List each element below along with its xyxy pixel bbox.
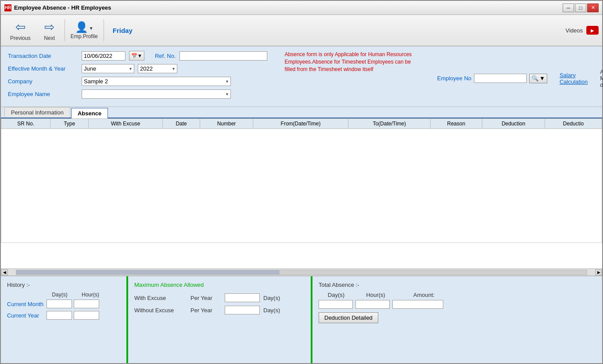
videos-label: Videos xyxy=(565,27,583,34)
next-icon: ⇨ xyxy=(44,20,54,34)
with-excuse-input[interactable] xyxy=(225,293,260,302)
current-month-hours-input[interactable] xyxy=(74,300,99,308)
col-deduction: Deduction xyxy=(482,119,545,129)
history-hours-header: Hour(s) xyxy=(77,292,104,298)
notice-text: Absence form is only Applicable for Huma… xyxy=(285,51,420,73)
employee-no-label: Employee No xyxy=(437,75,471,82)
binoculars-icon: 🔍 xyxy=(531,75,538,82)
app-icon: HR xyxy=(4,4,11,11)
ref-no-input[interactable] xyxy=(179,51,267,61)
table-scroll[interactable]: SR No. Type With Excuse Date Number From… xyxy=(1,118,602,268)
previous-icon: ⇦ xyxy=(15,20,25,34)
total-absence-title: Total Absence :- xyxy=(319,282,596,288)
transaction-date-input[interactable] xyxy=(82,51,126,61)
minimize-button[interactable]: ─ xyxy=(563,4,574,12)
total-data-row xyxy=(319,300,596,309)
col-number: Number xyxy=(200,119,253,129)
emp-profile-icon: 👤 xyxy=(75,21,88,33)
company-label: Company xyxy=(8,78,78,85)
main-window: HR Employee Absence - HR Employees ─ □ ✕… xyxy=(0,0,603,364)
day-label: Friday xyxy=(113,27,133,34)
year-select[interactable]: 2022 2020 2021 2023 xyxy=(138,64,177,73)
history-panel: History :- Day(s) Hour(s) Current Month … xyxy=(1,276,128,363)
history-header-row: Day(s) Hour(s) xyxy=(7,292,120,298)
next-button[interactable]: ⇨ Next xyxy=(36,18,63,43)
current-month-label: Current Month xyxy=(7,301,47,307)
without-excuse-per-year: Per Year xyxy=(190,307,221,314)
total-amount-input[interactable] xyxy=(392,300,443,309)
window-title: Employee Absence - HR Employees xyxy=(14,4,563,11)
without-excuse-label: Without Excuse xyxy=(134,307,187,314)
with-excuse-label: With Excuse xyxy=(134,295,187,301)
current-year-label: Current Year xyxy=(7,312,47,319)
total-amount-header: Amount: xyxy=(398,292,450,298)
month-select-wrapper: June January February March April May Ju… xyxy=(82,64,134,73)
col-reason: Reason xyxy=(431,119,482,129)
deduction-detailed-button[interactable]: Deduction Detailed xyxy=(319,312,378,323)
emp-profile-button[interactable]: 👤 ▼ Emp.Profile xyxy=(67,19,102,42)
without-excuse-input[interactable] xyxy=(225,306,260,314)
calendar-button[interactable]: 📅▼ xyxy=(129,51,144,61)
current-month-row: Current Month xyxy=(7,300,120,308)
with-excuse-unit: Day(s) xyxy=(263,295,280,301)
actual-month-days-link[interactable]: Actual Month days xyxy=(600,68,603,88)
emp-profile-label: Emp.Profile xyxy=(71,33,98,39)
transaction-date-row: Transaction Date 📅▼ Ref. No. xyxy=(8,51,267,61)
employee-select-wrapper xyxy=(82,89,231,99)
tab-personal-info[interactable]: Personal Information xyxy=(4,107,70,118)
titlebar: HR Employee Absence - HR Employees ─ □ ✕ xyxy=(1,1,602,15)
toolbar-right: Videos xyxy=(565,26,599,35)
total-absence-panel: Total Absence :- Day(s) Hour(s) Amount: … xyxy=(312,276,602,363)
maximize-button[interactable]: □ xyxy=(575,4,586,12)
table-area: SR No. Type With Excuse Date Number From… xyxy=(1,118,602,275)
toolbar: ⇦ Previous ⇨ Next 👤 ▼ Emp.Profile Friday… xyxy=(1,15,602,46)
toolbar-divider-2 xyxy=(104,19,104,41)
company-select-wrapper: Sample 2 xyxy=(82,77,231,86)
employee-search-button[interactable]: 🔍 ▼ xyxy=(529,74,547,83)
without-excuse-unit: Day(s) xyxy=(263,307,280,314)
next-label: Next xyxy=(44,35,55,41)
absence-table: SR No. Type With Excuse Date Number From… xyxy=(1,118,602,243)
col-sr-no: SR No. xyxy=(1,119,50,129)
employee-name-label: Employee Name xyxy=(8,91,78,97)
toolbar-divider-1 xyxy=(65,19,65,41)
tab-absence[interactable]: Absence xyxy=(71,108,108,118)
employee-no-input[interactable] xyxy=(474,74,527,83)
with-excuse-max-row: With Excuse Per Year Day(s) xyxy=(134,293,305,302)
youtube-button[interactable] xyxy=(586,26,599,35)
total-hours-header: Hour(s) xyxy=(358,292,393,298)
total-days-input[interactable] xyxy=(319,300,353,309)
company-select[interactable]: Sample 2 xyxy=(82,77,231,86)
transaction-date-label: Transaction Date xyxy=(8,53,78,59)
month-select[interactable]: June January February March April May Ju… xyxy=(82,64,134,73)
horizontal-scrollbar[interactable]: ◀ ▶ xyxy=(1,268,602,275)
col-deductio: Deductio xyxy=(545,119,602,129)
total-days-header: Day(s) xyxy=(319,292,354,298)
scroll-left-arrow[interactable]: ◀ xyxy=(1,269,8,275)
col-with-excuse: With Excuse xyxy=(89,119,163,129)
tabs-row: Personal Information Absence xyxy=(1,107,602,118)
current-year-row: Current Year xyxy=(7,311,120,320)
company-row: Company Sample 2 xyxy=(8,77,267,86)
scroll-right-arrow[interactable]: ▶ xyxy=(595,269,602,275)
col-to-date-time: To(Date/Time) xyxy=(348,119,431,129)
employee-name-select[interactable] xyxy=(82,89,231,99)
with-excuse-per-year: Per Year xyxy=(190,295,221,301)
col-date: Date xyxy=(162,119,200,129)
without-excuse-max-row: Without Excuse Per Year Day(s) xyxy=(134,306,305,314)
current-month-days-input[interactable] xyxy=(47,300,72,308)
col-from-date-time: From(Date/Time) xyxy=(253,119,348,129)
previous-button[interactable]: ⇦ Previous xyxy=(4,18,36,43)
previous-label: Previous xyxy=(10,35,31,41)
total-hours-input[interactable] xyxy=(355,300,390,309)
current-year-days-input[interactable] xyxy=(47,311,72,320)
col-type: Type xyxy=(50,119,89,129)
salary-calculation-link[interactable]: Salary Calculation xyxy=(560,72,588,85)
close-button[interactable]: ✕ xyxy=(587,4,599,12)
form-area: Transaction Date 📅▼ Ref. No. Effective M… xyxy=(1,46,602,107)
max-absence-panel: Maximum Absence Allowed With Excuse Per … xyxy=(128,276,312,363)
scroll-thumb[interactable] xyxy=(16,270,280,275)
effective-month-year-row: Effective Month & Year June January Febr… xyxy=(8,64,267,73)
current-year-hours-input[interactable] xyxy=(74,311,99,320)
total-header-row: Day(s) Hour(s) Amount: xyxy=(319,292,596,298)
